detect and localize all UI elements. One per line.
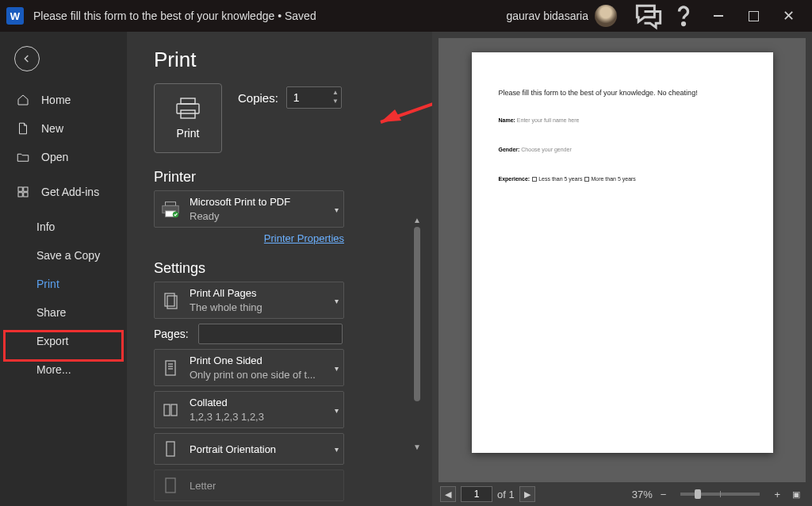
- avatar-icon[interactable]: [595, 5, 617, 27]
- print-button-label: Print: [177, 127, 200, 140]
- printer-status: Ready: [190, 209, 290, 224]
- addins-icon: [16, 185, 30, 199]
- preview-page: Please fill this form to the best of you…: [472, 52, 773, 453]
- back-button[interactable]: [14, 46, 40, 71]
- print-preview-panel: Please fill this form to the best of you…: [432, 32, 812, 506]
- preview-canvas[interactable]: Please fill this form to the best of you…: [439, 38, 806, 482]
- page-count-label: of 1: [497, 489, 515, 500]
- printer-icon: [159, 198, 182, 220]
- chevron-down-icon: ▾: [335, 445, 339, 454]
- sidebar-item-print[interactable]: Print: [0, 270, 127, 298]
- scroll-down-icon[interactable]: ▼: [413, 443, 421, 454]
- svg-rect-18: [164, 404, 170, 416]
- document-title: Please fill this form to the best of you…: [33, 10, 316, 22]
- chevron-down-icon: ▾: [335, 205, 339, 213]
- word-logo-icon: W: [6, 7, 24, 25]
- help-icon[interactable]: [666, 0, 701, 32]
- next-page-button[interactable]: ▶: [519, 486, 535, 502]
- zoom-slider[interactable]: [680, 493, 760, 496]
- chevron-down-icon: ▾: [335, 363, 339, 372]
- sidebar-item-share[interactable]: Share: [0, 298, 127, 327]
- printer-properties-link[interactable]: Printer Properties: [154, 232, 344, 244]
- fit-page-button[interactable]: ▣: [788, 486, 804, 502]
- printer-selector[interactable]: Microsoft Print to PDF Ready ▾: [154, 190, 344, 228]
- sidebar-item-addins[interactable]: Get Add-ins: [0, 178, 127, 206]
- zoom-in-button[interactable]: +: [771, 489, 783, 500]
- home-icon: [16, 93, 30, 107]
- pages-label: Pages:: [154, 328, 192, 340]
- sidebar-item-label: Get Add-ins: [41, 186, 99, 198]
- settings-heading: Settings: [154, 260, 432, 277]
- sidebar-item-open[interactable]: Open: [0, 143, 127, 171]
- svg-rect-14: [166, 361, 175, 375]
- copies-up-button[interactable]: ▲: [331, 88, 340, 97]
- printer-heading: Printer: [154, 169, 196, 186]
- paper-icon: [159, 474, 182, 496]
- doc-heading: Please fill this form to the best of you…: [499, 89, 746, 97]
- printer-name: Microsoft Print to PDF: [190, 195, 290, 209]
- sidebar-item-new[interactable]: New: [0, 114, 127, 143]
- portrait-icon: [159, 438, 182, 460]
- chat-icon[interactable]: [631, 0, 666, 32]
- svg-point-0: [683, 23, 685, 25]
- zoom-out-button[interactable]: −: [657, 489, 670, 500]
- close-button[interactable]: ✕: [771, 0, 806, 32]
- collated-icon: [159, 399, 182, 421]
- svg-rect-6: [177, 104, 199, 113]
- svg-rect-21: [166, 478, 175, 493]
- sidebar-item-more[interactable]: More...: [0, 355, 127, 384]
- pages-icon: [159, 289, 182, 312]
- maximize-button[interactable]: [736, 0, 771, 32]
- chevron-down-icon: ▾: [335, 296, 339, 305]
- sided-selector[interactable]: Print One Sided Only print on one side o…: [154, 349, 344, 386]
- sidebar-item-export[interactable]: Export: [0, 327, 127, 355]
- file-icon: [16, 121, 30, 136]
- sidebar-item-save-copy[interactable]: Save a Copy: [0, 241, 127, 270]
- minimize-button[interactable]: [701, 0, 736, 32]
- chevron-down-icon: ▾: [335, 405, 339, 414]
- svg-rect-7: [181, 110, 195, 118]
- sidebar-item-label: New: [41, 122, 63, 135]
- sidebar-item-info[interactable]: Info: [0, 213, 127, 241]
- paper-selector[interactable]: Letter: [154, 470, 344, 501]
- sidebar-item-label: Open: [41, 151, 68, 163]
- svg-rect-3: [18, 193, 22, 197]
- orientation-selector[interactable]: Portrait Orientation ▾: [154, 433, 344, 465]
- folder-icon: [16, 150, 30, 164]
- svg-rect-20: [167, 442, 174, 456]
- settings-scrollbar[interactable]: ▲ ▼: [413, 216, 421, 454]
- print-scope-selector[interactable]: Print All Pages The whole thing ▾: [154, 282, 344, 319]
- sidebar-item-label: Home: [41, 94, 71, 106]
- page-number-input[interactable]: [461, 486, 492, 502]
- backstage-sidebar: Home New Open Get Add-ins Info Save a Co…: [0, 32, 127, 506]
- titlebar: W Please fill this form to the best of y…: [0, 0, 812, 32]
- scroll-up-icon[interactable]: ▲: [413, 216, 421, 227]
- prev-page-button[interactable]: ◀: [440, 486, 456, 502]
- sidebar-item-home[interactable]: Home: [0, 86, 127, 114]
- svg-rect-4: [24, 193, 28, 197]
- print-settings-panel: Print Print Copies: ▲ ▼ Printer i: [127, 32, 432, 506]
- pages-input[interactable]: [198, 324, 343, 344]
- single-side-icon: [159, 357, 182, 379]
- svg-rect-19: [171, 404, 177, 416]
- svg-rect-5: [181, 98, 195, 104]
- svg-rect-2: [24, 187, 28, 191]
- zoom-level-label: 37%: [632, 489, 653, 500]
- svg-rect-1: [18, 187, 22, 191]
- preview-footer: ◀ of 1 ▶ 37% − + ▣: [432, 482, 812, 506]
- copies-label: Copies:: [238, 91, 278, 105]
- account-username[interactable]: gaurav bidasaria: [506, 10, 588, 22]
- svg-rect-8: [166, 201, 176, 205]
- collated-selector[interactable]: Collated 1,2,3 1,2,3 1,2,3 ▾: [154, 391, 344, 428]
- copies-down-button[interactable]: ▼: [331, 97, 340, 105]
- page-title: Print: [154, 48, 432, 72]
- print-button[interactable]: Print: [154, 83, 222, 153]
